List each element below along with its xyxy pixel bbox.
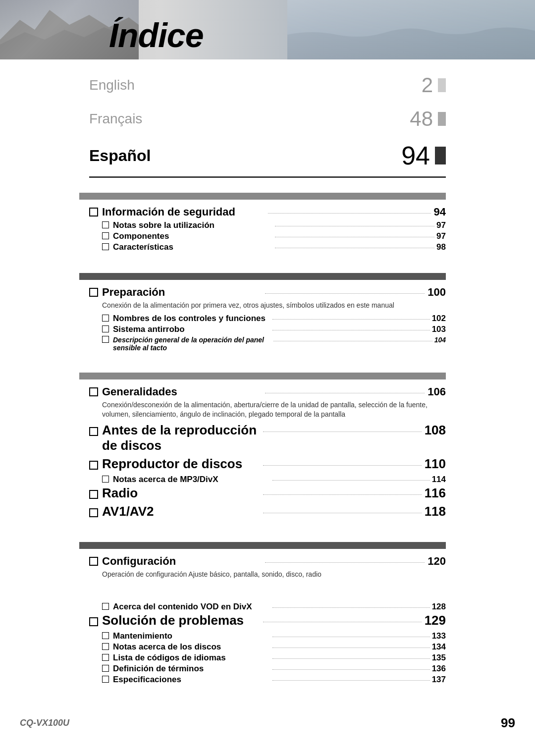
title-preparacion: Preparación	[102, 286, 262, 299]
toc-item-informacion: Información de seguridad 94	[89, 206, 446, 218]
page-componentes: 97	[436, 231, 446, 241]
footer-model: CQ-VX100U	[20, 718, 69, 728]
page-antirrobo: 103	[432, 324, 446, 334]
toc-content: Información de seguridad 94 Notas sobre …	[79, 178, 456, 691]
title-configuracion: Configuración	[102, 555, 262, 568]
footer: CQ-VX100U 99	[0, 705, 535, 741]
desc-generalidades: Conexión/desconexión de la alimentación,…	[89, 400, 446, 420]
title-lista-codigos: Lista de códigos de idiomas	[113, 653, 270, 663]
lang-item-english: English 2	[89, 69, 446, 101]
footer-page-number: 99	[501, 715, 515, 731]
dots-radio	[263, 494, 421, 495]
checkbox-antirrobo	[102, 325, 109, 332]
dots-solucion	[263, 622, 421, 622]
english-label: English	[89, 77, 135, 93]
francais-right: 48	[410, 107, 446, 131]
toc-item-reproductor: Reproductor de discos 110	[89, 456, 446, 472]
checkbox-nombres	[102, 315, 109, 322]
dots-configuracion	[265, 562, 425, 563]
checkbox-informacion	[89, 208, 98, 216]
title-solucion: Solución de problemas	[102, 613, 260, 628]
title-mantenimiento: Mantenimiento	[113, 631, 270, 641]
header-ocean-icon	[287, 0, 535, 59]
lang-item-francais: Français 48	[89, 103, 446, 135]
title-informacion: Información de seguridad	[102, 206, 265, 218]
checkbox-radio	[89, 490, 98, 499]
toc-item-especificaciones: Especificaciones 137	[89, 675, 446, 685]
checkbox-mp3	[102, 476, 109, 483]
page-mantenimiento: 133	[432, 631, 446, 641]
checkbox-configuracion	[89, 557, 98, 566]
checkbox-notas	[102, 221, 109, 228]
toc-item-caracteristicas: Características 98	[89, 242, 446, 252]
toc-item-notas-discos: Notas acerca de los discos 134	[89, 642, 446, 652]
page-radio: 116	[425, 486, 446, 501]
page-definicion: 136	[432, 664, 446, 674]
dots-descripcion	[273, 341, 432, 341]
espanol-right: 94	[401, 141, 446, 170]
toc-section-problems: Acerca del contenido VOD en DivX 128 Sol…	[89, 602, 446, 691]
toc-item-solucion: Solución de problemas 129	[89, 613, 446, 628]
dots-informacion	[268, 213, 431, 214]
dots-notas	[275, 226, 435, 226]
dots-reproductor	[263, 465, 421, 466]
checkbox-reproductor	[89, 461, 98, 470]
toc-item-generalidades: Generalidades 106	[89, 385, 446, 398]
checkbox-av	[89, 508, 98, 517]
checkbox-solucion	[89, 617, 98, 626]
title-radio: Radio	[102, 486, 260, 501]
page-lista-codigos: 135	[432, 653, 446, 663]
dots-lista-codigos	[272, 658, 430, 659]
page-generalidades: 106	[428, 385, 446, 398]
checkbox-definicion	[102, 665, 109, 672]
toc-section-general: Generalidades 106 Conexión/desconexión d…	[89, 373, 446, 527]
page-configuracion: 120	[428, 555, 446, 568]
toc-item-antes: Antes de la reproducción de discos 108	[89, 423, 446, 453]
checkbox-preparacion	[89, 288, 98, 297]
section-divider-3	[79, 373, 446, 379]
title-antes: Antes de la reproducción de discos	[102, 423, 260, 453]
francais-label: Français	[89, 111, 142, 127]
toc-item-preparacion: Preparación 100	[89, 286, 446, 299]
francais-page: 48	[410, 107, 433, 131]
title-av: AV1/AV2	[102, 504, 260, 519]
title-descripcion: Descripción general de la operación del …	[113, 336, 271, 352]
page-solucion: 129	[425, 613, 446, 628]
title-definicion: Definición de términos	[113, 664, 270, 674]
page-descripcion: 104	[434, 336, 446, 344]
checkbox-vod	[102, 603, 109, 610]
espanol-page: 94	[401, 141, 430, 170]
checkbox-antes	[89, 427, 98, 436]
checkbox-componentes	[102, 232, 109, 239]
page-reproductor: 110	[425, 456, 446, 472]
page-notas: 97	[436, 220, 446, 230]
dots-generalidades	[265, 393, 425, 393]
espanol-label: Español	[89, 147, 151, 165]
title-especificaciones: Especificaciones	[113, 675, 270, 685]
toc-item-mp3: Notas acerca de MP3/DivX 114	[89, 475, 446, 485]
dots-mantenimiento	[272, 637, 430, 637]
toc-section-prep: Preparación 100 Conexión de la alimentac…	[89, 273, 446, 358]
dots-preparacion	[265, 293, 425, 294]
page-vod: 128	[432, 602, 446, 612]
checkbox-descripcion	[102, 336, 109, 343]
checkbox-notas-discos	[102, 643, 109, 650]
title-nombres: Nombres de los controles y funciones	[113, 314, 270, 324]
toc-item-vod: Acerca del contenido VOD en DivX 128	[89, 602, 446, 612]
checkbox-lista-codigos	[102, 654, 109, 661]
page-caracteristicas: 98	[436, 242, 446, 252]
page-notas-discos: 134	[432, 642, 446, 652]
espanol-bar	[435, 147, 446, 164]
title-reproductor: Reproductor de discos	[102, 456, 260, 472]
title-caracteristicas: Características	[113, 242, 273, 252]
section-divider-1	[79, 193, 446, 200]
toc-item-configuracion: Configuración 120	[89, 555, 446, 568]
section-divider-2	[79, 273, 446, 280]
lang-item-espanol: Español 94	[89, 137, 446, 178]
toc-item-av: AV1/AV2 118	[89, 504, 446, 519]
toc-item-componentes: Componentes 97	[89, 231, 446, 241]
section-divider-4	[79, 542, 446, 549]
dots-av	[263, 513, 421, 513]
page-nombres: 102	[432, 314, 446, 324]
title-antirrobo: Sistema antirrobo	[113, 324, 270, 334]
